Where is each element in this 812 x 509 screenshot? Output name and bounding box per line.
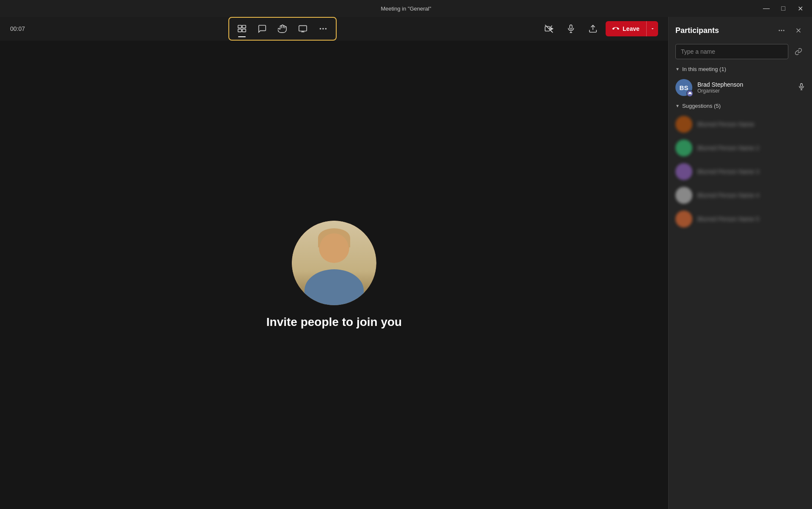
suggestion-avatar [675,116,692,133]
suggestion-item[interactable]: Blurred Person Name 3 [669,160,812,183]
panel-title: Participants [675,26,719,35]
suggestion-name: Blurred Person Name [697,121,754,128]
panel-close-button[interactable] [792,24,805,37]
suggestions-section-header[interactable]: ▼ Suggestions (5) [669,99,812,112]
main-container: 00:07 [0,17,812,509]
copy-link-button[interactable] [792,45,805,58]
leave-dropdown-button[interactable] [646,21,658,36]
search-row [669,41,812,63]
svg-rect-19 [801,84,803,87]
invite-text: Invite people to join you [266,315,402,329]
maximize-button[interactable]: □ [778,3,788,14]
leave-button[interactable]: Leave [606,21,646,36]
chevron-down-icon: ▼ [675,67,680,71]
share-content-button[interactable] [584,19,602,38]
suggestion-name: Blurred Person Name 4 [697,192,759,199]
suggestion-item[interactable]: Blurred Person Name 2 [669,136,812,160]
participant-role: Organiser [697,88,793,94]
suggestion-avatar [675,187,692,204]
suggestions-label: Suggestions (5) [682,103,721,109]
svg-rect-4 [299,26,307,31]
suggestion-item[interactable]: Blurred Person Name 4 [669,183,812,207]
show-participants-button[interactable] [233,19,251,38]
svg-point-14 [779,30,780,31]
panel-header: Participants [669,17,812,41]
leave-button-label: Leave [623,25,639,32]
minimize-button[interactable]: — [761,3,771,14]
suggestion-avatar [675,211,692,227]
toolbar-right: Leave [540,19,658,38]
more-actions-button[interactable] [314,19,332,38]
participant-avatar: BS [675,79,692,96]
svg-point-7 [325,28,326,30]
title-bar: Meeting in "General" — □ ✕ [0,0,812,17]
meeting-content: Invite people to join you [0,41,668,509]
toolbar-center [228,17,337,41]
panel-actions [775,24,805,37]
meeting-timer: 00:07 [10,25,25,32]
svg-point-5 [319,28,321,30]
user-avatar [292,221,376,305]
suggestion-item[interactable]: Blurred Person Name 5 [669,207,812,231]
microphone-toggle-button[interactable] [562,19,580,38]
title-bar-title: Meeting in "General" [381,5,431,12]
suggestion-name: Blurred Person Name 2 [697,145,759,151]
participant-item[interactable]: BS Brad Stephenson Organiser [669,76,812,99]
chevron-down-icon: ▼ [675,104,680,108]
suggestion-avatar [675,163,692,180]
suggestion-name: Blurred Person Name 5 [697,216,759,222]
svg-rect-2 [238,29,241,32]
avatar-image [292,221,376,305]
svg-rect-3 [242,29,246,32]
meeting-toolbar: 00:07 [0,17,668,41]
svg-rect-1 [242,25,246,28]
microphone-icon [798,83,805,92]
raise-hand-button[interactable] [273,19,292,38]
share-screen-button[interactable] [294,19,312,38]
svg-point-16 [783,30,785,31]
in-meeting-label: In this meeting (1) [682,66,726,72]
svg-point-6 [322,28,324,30]
suggestion-avatar [675,140,692,156]
search-input[interactable] [675,44,788,59]
suggestion-name: Blurred Person Name 3 [697,168,759,175]
svg-rect-10 [570,25,573,29]
organiser-badge [686,90,693,97]
close-button[interactable]: ✕ [795,3,805,14]
participants-panel: Participants ▼ [668,17,812,509]
camera-toggle-button[interactable] [540,19,558,38]
meeting-area: 00:07 [0,17,668,509]
in-meeting-section-header[interactable]: ▼ In this meeting (1) [669,63,812,76]
suggestion-item[interactable]: Blurred Person Name [669,112,812,136]
show-chat-button[interactable] [253,19,272,38]
panel-more-button[interactable] [775,24,788,37]
svg-point-15 [781,30,782,31]
participant-name: Brad Stephenson [697,81,793,88]
participant-info: Brad Stephenson Organiser [697,81,793,94]
leave-button-group: Leave [606,21,658,36]
svg-rect-0 [238,25,241,28]
window-controls: — □ ✕ [761,3,805,14]
